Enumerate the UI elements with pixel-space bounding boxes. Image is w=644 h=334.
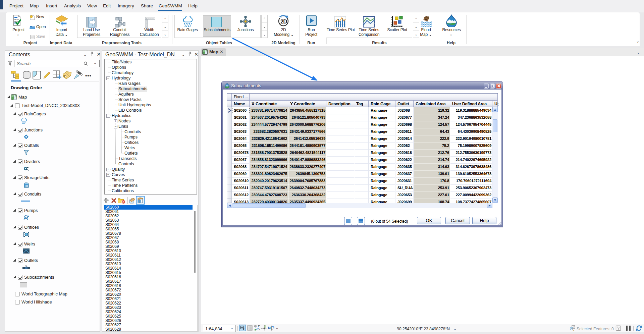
svg-text:N: N bbox=[268, 326, 271, 330]
svg-text:2D: 2D bbox=[280, 18, 287, 24]
